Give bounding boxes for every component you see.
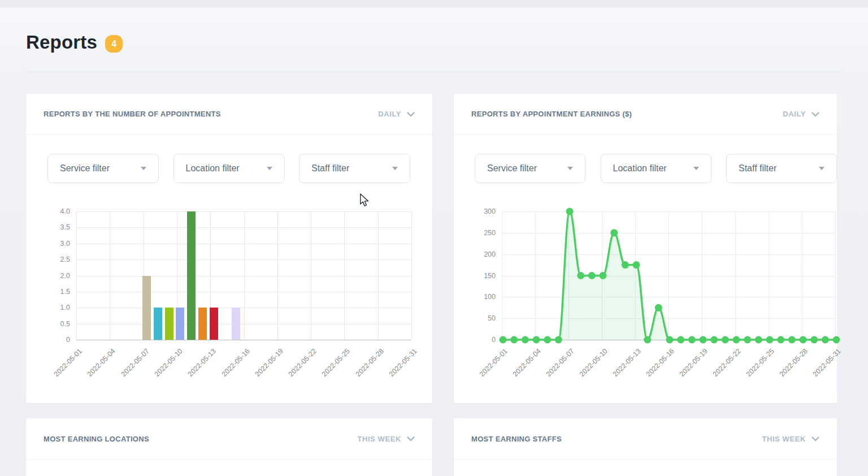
- location-filter-label: Location filter: [186, 163, 240, 174]
- gridline-vertical: [702, 211, 702, 340]
- staff-filter-label: Staff filter: [739, 163, 776, 174]
- y-axis-label: 2.5: [26, 255, 70, 264]
- chevron-down-icon: [811, 434, 819, 444]
- data-point: [588, 272, 596, 279]
- chevron-down-icon: [407, 109, 415, 119]
- gridline-vertical: [76, 211, 77, 340]
- bar: [210, 308, 218, 340]
- staffs-card: MOST EARNING STAFFS THIS WEEK: [454, 418, 837, 476]
- gridline-vertical: [835, 211, 836, 340]
- mouse-cursor: [359, 193, 369, 209]
- data-point: [566, 208, 574, 215]
- data-point: [733, 336, 740, 344]
- bar: [176, 308, 184, 340]
- service-filter-label: Service filter: [60, 163, 110, 174]
- gridline-vertical: [735, 211, 736, 340]
- service-filter-dropdown[interactable]: Service filter: [475, 154, 585, 183]
- data-point: [644, 336, 651, 344]
- locations-card: MOST EARNING LOCATIONS THIS WEEK: [26, 418, 432, 476]
- staffs-range-label: THIS WEEK: [762, 435, 806, 443]
- data-point: [766, 336, 774, 344]
- x-axis-line: [76, 340, 411, 340]
- y-axis-label: 4.0: [26, 207, 70, 216]
- caret-down-icon: [267, 167, 272, 170]
- data-point: [788, 336, 796, 344]
- bar: [187, 211, 196, 340]
- data-point: [833, 336, 840, 344]
- data-point: [655, 304, 662, 311]
- staffs-card-header: MOST EARNING STAFFS THIS WEEK: [454, 418, 837, 460]
- location-filter-dropdown[interactable]: Location filter: [601, 154, 711, 183]
- earnings-card-title: REPORTS BY APPOINTMENT EARNINGS ($): [471, 110, 632, 118]
- location-filter-label: Location filter: [613, 163, 667, 174]
- data-point: [688, 336, 696, 344]
- gridline-vertical: [344, 211, 345, 340]
- data-point: [800, 336, 807, 344]
- data-point: [577, 272, 584, 279]
- locations-range-label: THIS WEEK: [357, 435, 401, 443]
- data-point: [777, 336, 784, 344]
- locations-card-header: MOST EARNING LOCATIONS THIS WEEK: [26, 418, 432, 460]
- gridline-vertical: [802, 211, 802, 340]
- gridline-vertical: [378, 211, 379, 340]
- appointments-range-dropdown[interactable]: DAILY: [378, 109, 415, 119]
- locations-range-dropdown[interactable]: THIS WEEK: [357, 434, 415, 444]
- caret-down-icon: [392, 167, 398, 170]
- bar: [142, 276, 151, 340]
- earnings-range-dropdown[interactable]: DAILY: [783, 109, 819, 119]
- reports-page: Reports 4 REPORTS BY THE NUMBER OF APPOI…: [0, 0, 868, 476]
- data-point: [544, 336, 551, 344]
- gridline-vertical: [411, 211, 412, 340]
- y-axis-label: 0: [26, 335, 70, 344]
- page-header: Reports 4: [26, 32, 123, 53]
- appointments-bar-chart: 4.03.53.02.52.01.51.00.502022-05-012022-…: [26, 206, 432, 387]
- gridline-vertical: [311, 211, 311, 340]
- caret-down-icon: [141, 167, 146, 170]
- data-point: [500, 336, 507, 344]
- y-axis-label: 0.5: [26, 319, 70, 328]
- data-point: [533, 336, 540, 344]
- data-point: [710, 336, 718, 344]
- data-point: [622, 261, 629, 269]
- bar: [165, 308, 173, 340]
- page-title: Reports: [26, 32, 97, 53]
- data-point: [722, 336, 729, 344]
- service-filter-label: Service filter: [487, 163, 537, 174]
- caret-down-icon: [819, 167, 824, 170]
- earnings-filters: Service filter Location filter Staff fil…: [454, 154, 837, 183]
- staff-filter-dropdown[interactable]: Staff filter: [726, 154, 837, 183]
- data-point: [633, 261, 640, 269]
- caret-down-icon: [693, 167, 699, 170]
- data-point: [810, 336, 818, 344]
- data-point: [610, 229, 618, 236]
- gridline-vertical: [244, 211, 245, 340]
- service-filter-dropdown[interactable]: Service filter: [47, 154, 159, 183]
- earnings-range-label: DAILY: [783, 110, 806, 118]
- y-axis-label: 50: [454, 314, 496, 323]
- bar: [198, 308, 207, 340]
- appointments-card-header: REPORTS BY THE NUMBER OF APPOINTMENTS DA…: [26, 94, 432, 135]
- y-axis-label: 2.0: [26, 271, 70, 280]
- appointments-range-label: DAILY: [378, 110, 401, 118]
- y-axis-label: 1.0: [26, 303, 70, 312]
- gridline-vertical: [110, 211, 110, 340]
- y-axis-label: 3.0: [26, 239, 70, 248]
- appointments-filters: Service filter Location filter Staff fil…: [26, 154, 432, 183]
- staffs-card-title: MOST EARNING STAFFS: [471, 435, 562, 443]
- y-axis-label: 3.5: [26, 223, 70, 232]
- data-point: [744, 336, 751, 344]
- appointments-card-title: REPORTS BY THE NUMBER OF APPOINTMENTS: [44, 110, 221, 118]
- data-point: [822, 336, 829, 344]
- location-filter-dropdown[interactable]: Location filter: [173, 154, 285, 183]
- caret-down-icon: [567, 167, 573, 170]
- appointments-card: REPORTS BY THE NUMBER OF APPOINTMENTS DA…: [26, 94, 432, 403]
- y-axis-label: 100: [454, 292, 496, 301]
- y-axis-label: 0: [454, 335, 496, 344]
- staff-filter-dropdown[interactable]: Staff filter: [299, 154, 410, 183]
- header-divider: [26, 72, 842, 72]
- data-point: [700, 336, 707, 344]
- line-chart-canvas: [454, 206, 623, 291]
- staffs-range-dropdown[interactable]: THIS WEEK: [762, 434, 819, 444]
- data-point: [555, 336, 562, 344]
- earnings-line-chart: 3002502001501005002022-05-012022-05-0420…: [454, 206, 837, 387]
